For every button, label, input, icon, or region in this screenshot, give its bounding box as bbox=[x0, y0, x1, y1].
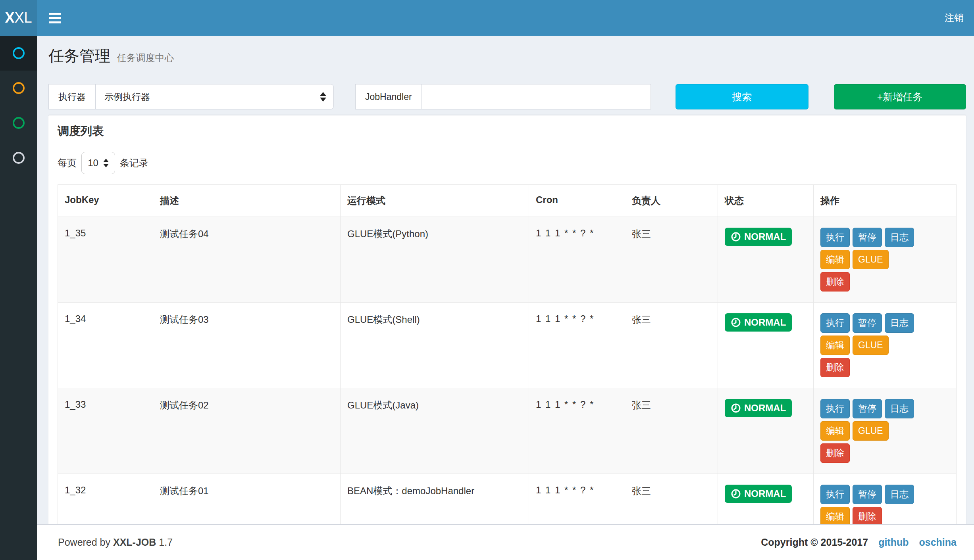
page-size-select[interactable]: 10 bbox=[81, 152, 115, 174]
clock-icon bbox=[731, 489, 741, 499]
cell-cron: 1 1 1 * * ? * bbox=[529, 303, 625, 388]
delete-button[interactable]: 删除 bbox=[853, 507, 882, 526]
delete-button[interactable]: 删除 bbox=[820, 358, 850, 377]
cell-cron: 1 1 1 * * ? * bbox=[529, 217, 625, 303]
pause-button[interactable]: 暂停 bbox=[853, 399, 882, 418]
logo-light-text: XL bbox=[14, 10, 32, 26]
glue-button[interactable]: GLUE bbox=[853, 336, 889, 355]
status-text: NORMAL bbox=[744, 403, 786, 414]
cell-jobkey: 1_35 bbox=[58, 217, 153, 303]
jobhandler-filter-group: JobHandler bbox=[355, 84, 651, 109]
cell-jobkey: 1_33 bbox=[58, 388, 153, 474]
hamburger-icon bbox=[49, 17, 61, 19]
cell-desc: 测试任务04 bbox=[153, 217, 341, 303]
circle-icon bbox=[13, 152, 25, 164]
page-title: 任务管理 bbox=[48, 47, 110, 64]
top-navbar: XXL 注销 bbox=[0, 0, 974, 36]
status-badge: NORMAL bbox=[725, 399, 792, 417]
circle-icon bbox=[13, 47, 25, 59]
glue-button[interactable]: GLUE bbox=[853, 421, 889, 441]
cell-desc: 测试任务03 bbox=[153, 303, 341, 388]
cell-owner: 张三 bbox=[625, 388, 718, 474]
app-logo[interactable]: XXL bbox=[0, 0, 37, 36]
cell-status: NORMAL bbox=[718, 217, 814, 303]
run-button[interactable]: 执行 bbox=[820, 399, 850, 418]
oschina-link[interactable]: oschina bbox=[919, 537, 957, 548]
edit-button[interactable]: 编辑 bbox=[820, 250, 850, 269]
col-desc: 描述 bbox=[153, 185, 341, 217]
executor-select[interactable]: 示例执行器 bbox=[96, 84, 334, 109]
col-cron: Cron bbox=[529, 185, 625, 217]
table-header-row: JobKey 描述 运行模式 Cron 负责人 状态 操作 bbox=[58, 185, 957, 217]
table-row: 1_35 测试任务04 GLUE模式(Python) 1 1 1 * * ? *… bbox=[58, 217, 957, 303]
schedule-list-panel: 调度列表 每页 10 条记录 JobKey 描述 运行模式 Cron 负责人 状… bbox=[48, 115, 966, 560]
pause-button[interactable]: 暂停 bbox=[853, 313, 882, 333]
log-button[interactable]: 日志 bbox=[885, 313, 914, 333]
col-mode: 运行模式 bbox=[341, 185, 529, 217]
powered-by-label: Powered by bbox=[58, 537, 110, 548]
sidebar-item-1[interactable] bbox=[0, 36, 37, 71]
jobhandler-label: JobHandler bbox=[355, 84, 422, 109]
github-link[interactable]: github bbox=[878, 537, 909, 548]
hamburger-icon bbox=[49, 13, 61, 15]
jobhandler-input[interactable] bbox=[422, 84, 651, 109]
cell-actions: 执行 暂停 日志 编辑 GLUE 删除 bbox=[814, 217, 957, 303]
clock-icon bbox=[731, 232, 741, 242]
select-arrows-icon bbox=[320, 92, 326, 102]
sidebar-item-3[interactable] bbox=[0, 105, 37, 140]
search-button[interactable]: 搜索 bbox=[676, 84, 808, 109]
page-size-prefix: 每页 bbox=[58, 157, 77, 169]
pause-button[interactable]: 暂停 bbox=[853, 228, 882, 247]
status-badge: NORMAL bbox=[725, 228, 792, 246]
cell-mode: GLUE模式(Java) bbox=[341, 388, 529, 474]
col-owner: 负责人 bbox=[625, 185, 718, 217]
circle-icon bbox=[13, 117, 25, 129]
page-size-control: 每页 10 条记录 bbox=[58, 152, 957, 174]
col-status: 状态 bbox=[718, 185, 814, 217]
run-button[interactable]: 执行 bbox=[820, 485, 850, 504]
col-jobkey: JobKey bbox=[58, 185, 153, 217]
sidebar-toggle-button[interactable] bbox=[37, 0, 73, 36]
log-button[interactable]: 日志 bbox=[885, 399, 914, 418]
sidebar bbox=[0, 36, 37, 560]
run-button[interactable]: 执行 bbox=[820, 313, 850, 333]
status-badge: NORMAL bbox=[725, 485, 792, 503]
delete-button[interactable]: 删除 bbox=[820, 272, 850, 292]
brand-name: XXL-JOB bbox=[113, 537, 156, 548]
cell-mode: GLUE模式(Shell) bbox=[341, 303, 529, 388]
pause-button[interactable]: 暂停 bbox=[853, 485, 882, 504]
cell-owner: 张三 bbox=[625, 303, 718, 388]
glue-button[interactable]: GLUE bbox=[853, 250, 889, 269]
cell-jobkey: 1_34 bbox=[58, 303, 153, 388]
cell-actions: 执行 暂停 日志 编辑 GLUE 删除 bbox=[814, 388, 957, 474]
add-task-button[interactable]: +新增任务 bbox=[834, 84, 966, 109]
page-footer: Powered by XXL-JOB 1.7 Copyright © 2015-… bbox=[37, 524, 974, 560]
logout-link[interactable]: 注销 bbox=[934, 0, 974, 36]
status-text: NORMAL bbox=[744, 317, 786, 328]
col-actions: 操作 bbox=[814, 185, 957, 217]
log-button[interactable]: 日志 bbox=[885, 485, 914, 504]
delete-button[interactable]: 删除 bbox=[820, 443, 850, 463]
copyright-text: Copyright © 2015-2017 bbox=[761, 537, 868, 548]
cell-cron: 1 1 1 * * ? * bbox=[529, 388, 625, 474]
jobs-table: JobKey 描述 运行模式 Cron 负责人 状态 操作 1_35 测试任务0… bbox=[58, 184, 957, 537]
navbar-main: 注销 bbox=[37, 0, 974, 36]
clock-icon bbox=[731, 317, 741, 328]
page-header: 任务管理 任务调度中心 bbox=[48, 45, 966, 67]
cell-mode: GLUE模式(Python) bbox=[341, 217, 529, 303]
cell-actions: 执行 暂停 日志 编辑 GLUE 删除 bbox=[814, 303, 957, 388]
panel-title: 调度列表 bbox=[58, 123, 957, 139]
executor-label: 执行器 bbox=[48, 84, 96, 109]
circle-icon bbox=[13, 82, 25, 94]
log-button[interactable]: 日志 bbox=[885, 228, 914, 247]
edit-button[interactable]: 编辑 bbox=[820, 421, 850, 441]
hamburger-icon bbox=[49, 21, 61, 23]
edit-button[interactable]: 编辑 bbox=[820, 336, 850, 355]
run-button[interactable]: 执行 bbox=[820, 228, 850, 247]
select-arrows-icon bbox=[103, 159, 109, 167]
powered-by-text: Powered by XXL-JOB 1.7 bbox=[58, 537, 173, 548]
sidebar-item-4[interactable] bbox=[0, 140, 37, 175]
edit-button[interactable]: 编辑 bbox=[820, 507, 850, 526]
clock-icon bbox=[731, 403, 741, 413]
sidebar-item-2[interactable] bbox=[0, 71, 37, 105]
